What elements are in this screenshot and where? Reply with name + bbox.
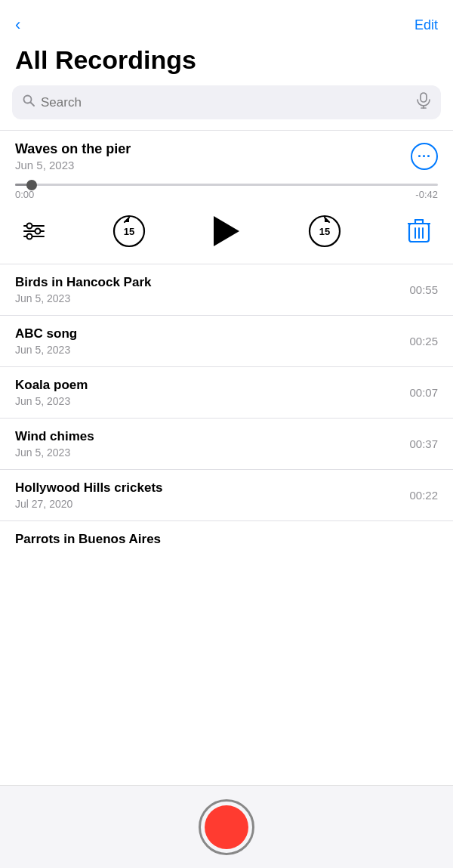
record-button[interactable] [199, 799, 254, 855]
expanded-header: Waves on the pier Jun 5, 2023 ··· [15, 141, 438, 171]
svg-point-10 [27, 234, 32, 239]
item-date: Jun 5, 2023 [15, 395, 88, 407]
skip-back-button[interactable]: 15 [112, 214, 146, 249]
time-remaining: -0:42 [415, 189, 438, 200]
record-button-inner [205, 805, 248, 849]
item-duration: 00:37 [409, 437, 438, 450]
svg-rect-2 [421, 93, 427, 102]
item-duration: 00:25 [409, 335, 438, 348]
svg-line-1 [31, 103, 35, 107]
svg-marker-13 [214, 216, 239, 246]
top-bar: ‹ Edit [0, 0, 453, 42]
item-duration: 00:22 [409, 489, 438, 502]
page-title: All Recordings [0, 42, 453, 85]
list-item[interactable]: ABC song Jun 5, 2023 00:25 [0, 316, 453, 367]
item-title: Birds in Hancock Park [15, 275, 151, 290]
item-date: Jun 5, 2023 [15, 344, 77, 356]
list-item[interactable]: Wind chimes Jun 5, 2023 00:37 [0, 419, 453, 470]
more-button[interactable]: ··· [411, 143, 438, 170]
item-title: Wind chimes [15, 429, 94, 444]
expanded-title: Waves on the pier [15, 141, 131, 157]
item-duration: 00:07 [409, 386, 438, 399]
item-title: Hollywood Hills crickets [15, 480, 163, 496]
progress-track[interactable] [15, 184, 438, 186]
item-date: Jun 5, 2023 [15, 292, 151, 304]
time-labels: 0:00 -0:42 [15, 189, 438, 200]
svg-text:15: 15 [123, 226, 134, 237]
item-date: Jul 27, 2020 [15, 498, 163, 510]
edit-button[interactable]: Edit [414, 17, 438, 33]
play-button[interactable] [212, 215, 241, 247]
progress-container[interactable]: 0:00 -0:42 [15, 184, 438, 200]
recording-list: Birds in Hancock Park Jun 5, 2023 00:55 … [0, 264, 453, 545]
expanded-info: Waves on the pier Jun 5, 2023 [15, 141, 131, 171]
back-button[interactable]: ‹ [15, 14, 26, 36]
expanded-recording: Waves on the pier Jun 5, 2023 ··· 0:00 -… [0, 131, 453, 264]
list-item[interactable]: Koala poem Jun 5, 2023 00:07 [0, 367, 453, 419]
item-title: Parrots in Buenos Aires [15, 532, 161, 545]
list-item[interactable]: Hollywood Hills crickets Jul 27, 2020 00… [0, 470, 453, 521]
item-date: Jun 5, 2023 [15, 446, 94, 459]
svg-text:15: 15 [319, 226, 329, 237]
progress-thumb[interactable] [26, 180, 37, 190]
playback-controls: 15 15 [15, 203, 438, 264]
settings-button[interactable] [23, 221, 45, 241]
list-item[interactable]: Parrots in Buenos Aires [0, 521, 453, 545]
search-icon [23, 94, 35, 110]
microphone-icon[interactable] [417, 92, 430, 113]
search-input[interactable] [41, 95, 411, 110]
svg-point-9 [35, 229, 41, 234]
svg-point-8 [27, 224, 32, 229]
skip-forward-button[interactable]: 15 [307, 214, 342, 249]
bottom-bar [0, 785, 453, 868]
item-duration: 00:55 [409, 283, 438, 296]
delete-button[interactable] [408, 218, 430, 244]
item-title: Koala poem [15, 378, 88, 393]
search-bar[interactable] [12, 85, 441, 119]
item-title: ABC song [15, 326, 77, 341]
bottom-spacer [0, 545, 453, 629]
list-item[interactable]: Birds in Hancock Park Jun 5, 2023 00:55 [0, 264, 453, 316]
time-current: 0:00 [15, 189, 34, 200]
expanded-date: Jun 5, 2023 [15, 159, 131, 171]
